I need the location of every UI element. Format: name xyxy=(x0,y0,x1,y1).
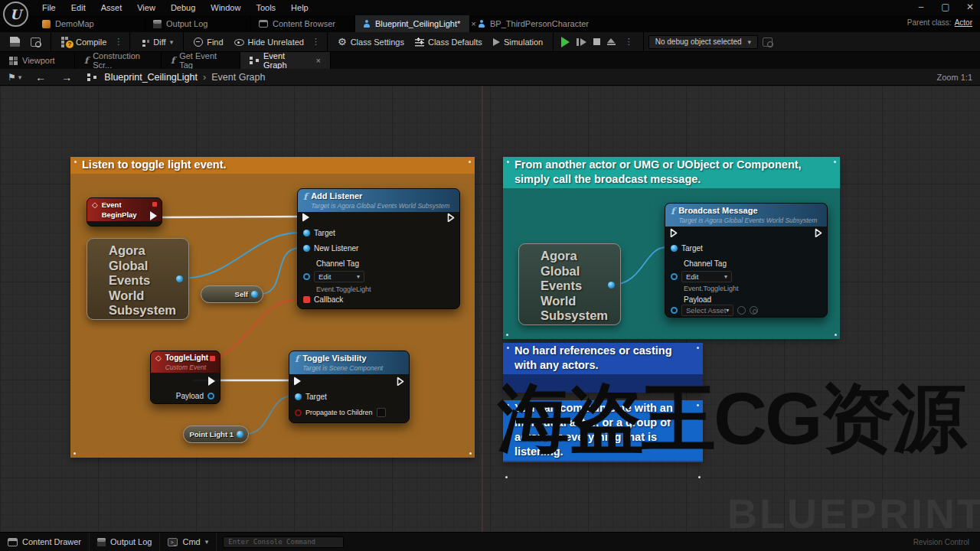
parent-class-link[interactable]: Actor xyxy=(955,18,972,27)
target-pin[interactable] xyxy=(671,245,678,252)
wire-object-pointlight-target[interactable] xyxy=(246,396,293,434)
wire-delegate-togglelight-callback[interactable] xyxy=(217,299,299,358)
play-options-icon[interactable]: ⋮ xyxy=(622,37,635,47)
tab-close-icon[interactable]: × xyxy=(316,56,321,65)
node-toggle-visibility[interactable]: f Toggle Visibility Target is Scene Comp… xyxy=(289,350,410,423)
compile-status-icon xyxy=(61,37,72,47)
menu-debug[interactable]: Debug xyxy=(163,1,203,15)
browse-asset-icon[interactable] xyxy=(750,306,758,315)
payload-asset-dropdown[interactable]: Select Asset ▾ xyxy=(681,305,733,316)
wire-object-agora-target[interactable] xyxy=(181,233,299,279)
tab-get-event-tag[interactable]: f Get Event Tag xyxy=(162,52,240,69)
channel-tag-pin[interactable] xyxy=(671,273,678,280)
compile-button[interactable]: Compile xyxy=(56,32,112,52)
node-togglelight-event[interactable]: ◇ ToggleLight Custom Event Payload xyxy=(150,350,220,404)
cmd-button[interactable]: >_ Cmd ▾ xyxy=(160,533,217,551)
revision-control-status[interactable]: Revision Control xyxy=(913,538,969,546)
exec-in-pin[interactable] xyxy=(670,228,678,237)
exec-out-pin[interactable] xyxy=(447,213,455,222)
node-point-light[interactable]: Point Light 1 xyxy=(183,425,249,443)
hide-unrelated-button[interactable]: Hide Unrelated xyxy=(229,32,309,52)
node-agora-subsystem-1[interactable]: Agora Global Events World Subsystem xyxy=(87,238,189,320)
exec-out-pin[interactable] xyxy=(150,211,157,220)
delegate-pin[interactable] xyxy=(152,201,158,207)
class-defaults-button[interactable]: Class Defaults xyxy=(410,32,488,52)
simulation-button[interactable]: Simulation xyxy=(488,32,548,52)
wire-object-self-newlistener[interactable] xyxy=(261,248,299,294)
menu-tools[interactable]: Tools xyxy=(248,1,283,15)
output-log-button[interactable]: Output Log xyxy=(90,533,160,551)
breadcrumb-page[interactable]: Event Graph xyxy=(211,72,265,83)
tab-blueprint-ceilinglight[interactable]: Blueprint_CeilingLight* × xyxy=(355,15,470,32)
exec-out-pin[interactable] xyxy=(815,228,822,237)
menu-asset[interactable]: Asset xyxy=(93,1,130,15)
payload-pin[interactable] xyxy=(671,307,678,314)
close-button[interactable]: ✕ xyxy=(965,2,975,12)
unreal-logo-icon[interactable]: U xyxy=(3,2,28,27)
delegate-pin[interactable] xyxy=(209,355,216,362)
bookmark-icon[interactable]: ⚑ xyxy=(8,72,16,83)
hide-unrelated-options-icon[interactable]: ⋮ xyxy=(309,37,322,47)
minimize-button[interactable]: – xyxy=(916,2,926,12)
exec-in-pin[interactable] xyxy=(294,377,301,386)
self-output-pin[interactable] xyxy=(251,291,258,298)
callback-pin[interactable] xyxy=(303,296,310,303)
channel-tag-dropdown[interactable]: Edit ▾ xyxy=(314,271,364,282)
diff-button[interactable]: Diff ▾ xyxy=(135,32,178,52)
menu-file[interactable]: File xyxy=(34,1,64,15)
breadcrumb-asset[interactable]: Blueprint_CeilingLight xyxy=(104,72,198,83)
propagate-to-children-pin[interactable] xyxy=(295,409,302,416)
debug-object-select[interactable]: No debug object selected ▾ xyxy=(648,35,758,49)
channel-tag-dropdown[interactable]: Edit ▾ xyxy=(681,271,732,282)
exec-in-pin[interactable] xyxy=(302,213,309,222)
target-pin[interactable] xyxy=(303,230,310,236)
menu-window[interactable]: Window xyxy=(203,1,248,15)
tab-content-browser[interactable]: Content Browser xyxy=(251,15,355,32)
tab-event-graph[interactable]: Event Graph × xyxy=(240,52,331,69)
content-drawer-button[interactable]: Content Drawer xyxy=(0,533,90,551)
menu-help[interactable]: Help xyxy=(283,1,316,15)
status-bar: Content Drawer Output Log >_ Cmd ▾ Revis… xyxy=(0,532,980,551)
maximize-button[interactable]: ▢ xyxy=(940,2,951,12)
back-arrow-icon[interactable]: ← xyxy=(35,71,46,83)
play-button[interactable] xyxy=(561,37,570,47)
wire-exec-beginplay-addlistener[interactable] xyxy=(155,217,299,217)
payload-pin[interactable] xyxy=(207,393,214,399)
return-value-pin[interactable] xyxy=(608,282,615,289)
node-self[interactable]: Self xyxy=(201,285,263,303)
use-selected-asset-icon[interactable] xyxy=(737,306,746,315)
exec-out-pin[interactable] xyxy=(208,377,215,386)
menu-edit[interactable]: Edit xyxy=(64,1,93,15)
node-agora-subsystem-2[interactable]: Agora Global Events World Subsystem xyxy=(518,243,621,325)
node-event-beginplay[interactable]: ◇ Event BeginPlay xyxy=(87,197,162,227)
return-value-pin[interactable] xyxy=(176,276,183,282)
node-broadcast-message[interactable]: f Broadcast Message Target is Agora Glob… xyxy=(665,203,828,318)
node-add-listener[interactable]: f Add Listener Target is Agora Global Ev… xyxy=(297,188,460,309)
forward-arrow-icon[interactable]: → xyxy=(61,71,72,83)
tab-bp-thirdperson[interactable]: BP_ThirdPersonCharacter xyxy=(470,15,577,32)
find-button[interactable]: Find xyxy=(188,32,228,52)
event-graph-canvas[interactable]: BLUEPRINT Listen to toggle light event. … xyxy=(0,86,980,532)
frame-skip-button[interactable] xyxy=(577,38,586,46)
exec-out-pin[interactable] xyxy=(397,377,404,386)
point-light-output-pin[interactable] xyxy=(237,431,243,438)
browse-asset-button[interactable] xyxy=(25,32,46,52)
target-pin[interactable] xyxy=(295,393,302,400)
tab-output-log[interactable]: Output Log xyxy=(145,15,251,32)
tab-construction-script[interactable]: f Construction Scr... xyxy=(75,52,162,69)
eject-button[interactable] xyxy=(607,38,616,46)
tab-demomap[interactable]: DemoMap xyxy=(34,15,145,32)
console-command-input[interactable] xyxy=(223,536,344,548)
save-button[interactable] xyxy=(5,32,25,52)
menu-view[interactable]: View xyxy=(129,1,163,15)
new-listener-pin[interactable] xyxy=(303,245,310,252)
debug-browse-icon[interactable] xyxy=(763,37,773,47)
tab-viewport[interactable]: Viewport xyxy=(0,52,75,69)
compile-options-icon[interactable]: ⋮ xyxy=(112,37,125,47)
class-settings-button[interactable]: ⚙ Class Settings xyxy=(332,32,410,52)
propagate-checkbox[interactable] xyxy=(377,408,386,417)
channel-tag-pin[interactable] xyxy=(303,273,310,280)
chevron-down-icon[interactable]: ▾ xyxy=(18,73,22,81)
stop-button[interactable] xyxy=(593,38,600,45)
breadcrumb-separator: › xyxy=(203,71,206,83)
